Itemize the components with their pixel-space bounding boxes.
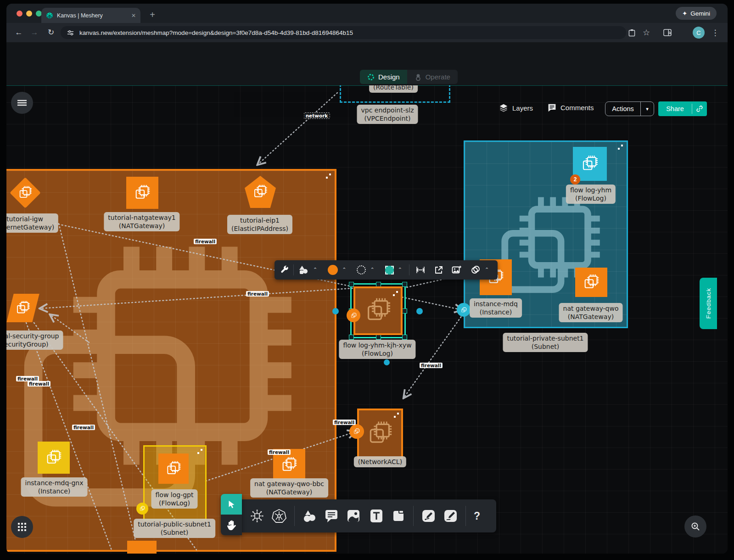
- node-label-natgateway1[interactable]: tutorial-natgateway1(NATGateway): [104, 212, 179, 231]
- shapes-tool-icon[interactable]: [303, 510, 316, 522]
- feedback-tab[interactable]: Feedback: [700, 278, 717, 329]
- node-label-security-group[interactable]: tutorial-security-group(SecurityGroup): [6, 330, 63, 350]
- browser-tab[interactable]: Kanvas | Meshery ✕: [41, 8, 140, 23]
- rename-width-icon[interactable]: [415, 266, 426, 274]
- node-flow-log-selected[interactable]: [353, 286, 403, 335]
- share-button[interactable]: Share: [658, 101, 707, 116]
- flow-log-gpt-connector[interactable]: [136, 503, 148, 515]
- chip-watermark: [366, 420, 394, 448]
- freehand-tool-icon[interactable]: [443, 509, 458, 523]
- node-partial-bottom[interactable]: [127, 541, 157, 554]
- zoom-button[interactable]: [684, 515, 706, 538]
- add-image-icon[interactable]: [452, 265, 462, 274]
- edge-label-firewall[interactable]: firewall: [268, 449, 291, 455]
- border-style-swatch[interactable]: [357, 265, 366, 274]
- edge-label-firewall[interactable]: firewall: [194, 239, 217, 244]
- shapes-picker-icon[interactable]: [298, 265, 309, 275]
- edge-label-firewall[interactable]: firewall: [246, 291, 269, 297]
- edge-label-firewall[interactable]: firewall: [28, 381, 50, 386]
- new-tab-button[interactable]: +: [146, 9, 159, 22]
- node-label-network-acl[interactable]: (NetworkACL): [354, 456, 406, 467]
- layers-button[interactable]: Layers: [499, 103, 533, 113]
- kubernetes-icon[interactable]: [272, 509, 286, 523]
- help-button[interactable]: ?: [474, 510, 480, 522]
- traffic-close-button[interactable]: [17, 11, 22, 17]
- edge-label-firewall[interactable]: firewall: [72, 425, 95, 430]
- browser-menu-icon[interactable]: ⋮: [709, 27, 721, 39]
- address-bar[interactable]: kanvas.new/extension/meshmap?mode=design…: [61, 26, 626, 39]
- node-label-vpc-endpoint[interactable]: vpc endpoint-slz(VPCEndpoint): [357, 105, 418, 124]
- node-label-routetable[interactable]: (RouteTable): [369, 85, 418, 93]
- save-icon[interactable]: [626, 27, 638, 39]
- back-button[interactable]: ←: [13, 27, 25, 39]
- note-tool-icon[interactable]: [392, 509, 405, 523]
- node-label-instance-mdq[interactable]: instance-mdq(Instance): [470, 298, 522, 318]
- gemini-button[interactable]: ✦ Gemini: [676, 7, 717, 20]
- node-label-igw[interactable]: tutorial-igw(InternetGateway): [6, 213, 58, 233]
- canvas-menu-button[interactable]: [11, 92, 33, 114]
- node-natgateway1[interactable]: [126, 177, 158, 209]
- subnet-connector[interactable]: [457, 303, 471, 317]
- actions-button[interactable]: Actions ▾: [605, 101, 654, 116]
- configure-wrench-icon[interactable]: [280, 265, 289, 274]
- chevron-up-icon[interactable]: ⌃: [342, 267, 346, 273]
- side-panel-icon[interactable]: [661, 27, 673, 39]
- image-tool-icon[interactable]: [347, 509, 361, 523]
- expand-icon[interactable]: [325, 174, 331, 179]
- node-label-eip1[interactable]: tutorial-eip1(ElasticIPAddress): [227, 215, 292, 234]
- edge-label-network[interactable]: network: [304, 113, 330, 118]
- actions-dropdown-icon[interactable]: ▾: [641, 106, 654, 112]
- comments-button[interactable]: Comments: [547, 103, 594, 112]
- forward-button[interactable]: →: [28, 27, 40, 39]
- site-settings-icon[interactable]: [67, 29, 74, 36]
- widgets-grid-button[interactable]: [11, 516, 33, 538]
- tab-design[interactable]: Design: [360, 70, 407, 84]
- pan-tool-button[interactable]: [221, 515, 242, 535]
- group-circles-icon[interactable]: [471, 265, 481, 274]
- comment-tool-icon[interactable]: [324, 509, 339, 523]
- node-label-nat-gateway-qwo-bbc[interactable]: nat gateway-qwo-bbc(NATGateway): [250, 478, 328, 498]
- select-tool-button[interactable]: [221, 494, 242, 515]
- traffic-minimize-button[interactable]: [26, 11, 32, 17]
- bookmark-star-icon[interactable]: ☆: [640, 27, 652, 39]
- fill-color-swatch[interactable]: [328, 265, 338, 275]
- node-label-flow-log-yhm[interactable]: flow log-yhm(FlowLog): [566, 185, 616, 204]
- network-acl-connector[interactable]: [349, 424, 364, 439]
- node-network-acl[interactable]: [357, 409, 403, 459]
- reload-button[interactable]: ↻: [45, 27, 57, 39]
- node-label-flow-log-selected[interactable]: flow log-yhm-kjh-xyw(FlowLog): [339, 340, 415, 359]
- node-flow-log-gpt[interactable]: [158, 454, 189, 484]
- edge-handle-dot[interactable]: [416, 308, 423, 314]
- browser-profile-avatar[interactable]: C: [693, 27, 705, 39]
- chevron-up-icon[interactable]: ⌃: [398, 267, 402, 273]
- open-in-new-icon[interactable]: [434, 266, 443, 274]
- node-instance-mdq-gnx[interactable]: [38, 442, 70, 474]
- edge-label-firewall[interactable]: firewall: [333, 420, 356, 425]
- node-label-instance-mdq-gnx[interactable]: instance-mdq-gnx(Instance): [21, 477, 88, 497]
- tab-close-icon[interactable]: ✕: [131, 12, 136, 19]
- node-label-public-subnet[interactable]: tutorial-public-subnet1(Subnet): [134, 519, 215, 538]
- browser-window: Kanvas | Meshery ✕ + ✦ Gemini ← → ↻ kanv…: [6, 4, 728, 554]
- expand-icon[interactable]: [197, 449, 202, 454]
- text-tool-icon[interactable]: [369, 509, 384, 523]
- pen-tool-icon[interactable]: [421, 509, 436, 523]
- selection-color-swatch[interactable]: [385, 266, 394, 274]
- chevron-up-icon[interactable]: ⌃: [313, 267, 317, 273]
- chevron-up-icon[interactable]: ⌃: [485, 267, 489, 273]
- tab-operate[interactable]: Operate: [407, 70, 458, 84]
- node-nat-gateway-qwo[interactable]: [575, 268, 607, 297]
- share-link-icon[interactable]: [692, 105, 707, 112]
- edge-handle-dot[interactable]: [332, 308, 339, 314]
- node-label-private-subnet[interactable]: tutorial-private-subnet1(Subnet): [503, 333, 588, 352]
- expand-icon[interactable]: [617, 145, 623, 150]
- expand-icon[interactable]: [393, 413, 399, 418]
- components-icon[interactable]: [250, 509, 264, 523]
- design-canvas[interactable]: (RouteTable) vpc endpoint-slz(VPCEndpoin…: [6, 85, 728, 554]
- expand-icon[interactable]: [392, 291, 398, 297]
- chevron-up-icon[interactable]: ⌃: [370, 267, 374, 273]
- edge-label-firewall[interactable]: firewall: [420, 363, 443, 368]
- edge-handle-dot[interactable]: [384, 359, 390, 365]
- node-label-flow-log-gpt[interactable]: flow log-gpt(FlowLog): [151, 489, 198, 509]
- flow-log-selected-connector[interactable]: [347, 308, 360, 322]
- node-label-nat-gateway-qwo[interactable]: nat gateway-qwo(NATGateway): [559, 303, 623, 322]
